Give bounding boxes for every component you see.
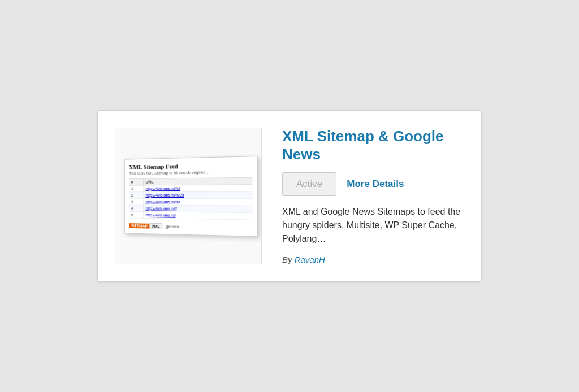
plugin-card: XML Sitemap Feed This is an XML Sitemap … <box>97 110 482 281</box>
plugin-info: XML Sitemap & Google News Active More De… <box>282 128 464 264</box>
table-row-num: 3 <box>129 198 144 205</box>
table-row-url: http://4visions.nl/fr/29 <box>144 191 252 198</box>
table-row-num: 4 <box>129 204 144 211</box>
sitemap-preview-image: XML Sitemap Feed This is an XML Sitemap … <box>124 156 258 237</box>
plugin-description: XML and Google News Sitemaps to feed the… <box>282 205 464 246</box>
col-header-num: # <box>129 178 144 185</box>
sitemap-badge-row: SITEMAPXML genera <box>129 223 252 231</box>
table-row-num: 1 <box>129 185 144 192</box>
sitemap-preview-subtitle: This is an XML Sitemap to let search eng… <box>129 169 252 175</box>
sitemap-preview-table: # URL 1http://4visions.nl/fr/i2http://4v… <box>129 177 252 220</box>
more-details-link[interactable]: More Details <box>347 178 404 190</box>
table-row-num: 2 <box>129 191 144 198</box>
action-row: Active More Details <box>282 172 464 196</box>
plugin-title: XML Sitemap & Google News <box>282 128 464 163</box>
col-header-url: URL <box>144 177 252 185</box>
active-button[interactable]: Active <box>282 172 336 196</box>
plugin-author: By RavanH <box>282 255 464 264</box>
table-row-url: http://4visions.nl/fr/i <box>144 184 252 191</box>
plugin-thumbnail: XML Sitemap Feed This is an XML Sitemap … <box>115 128 262 264</box>
sitemap-preview-title: XML Sitemap Feed <box>129 161 252 170</box>
badge-xml-label: XML <box>150 223 163 229</box>
badge-suffix: genera <box>166 224 179 229</box>
by-prefix: By <box>282 255 292 264</box>
author-link[interactable]: RavanH <box>295 255 325 264</box>
table-row-num: 5 <box>129 211 144 218</box>
table-row-url: http://4visions.nl/fr/i <box>144 198 252 206</box>
badge-sitemap-label: SITEMAP <box>129 223 149 228</box>
sitemap-badge: SITEMAPXML <box>129 223 162 229</box>
table-row-url: http://4visions.nl/ <box>144 211 252 219</box>
